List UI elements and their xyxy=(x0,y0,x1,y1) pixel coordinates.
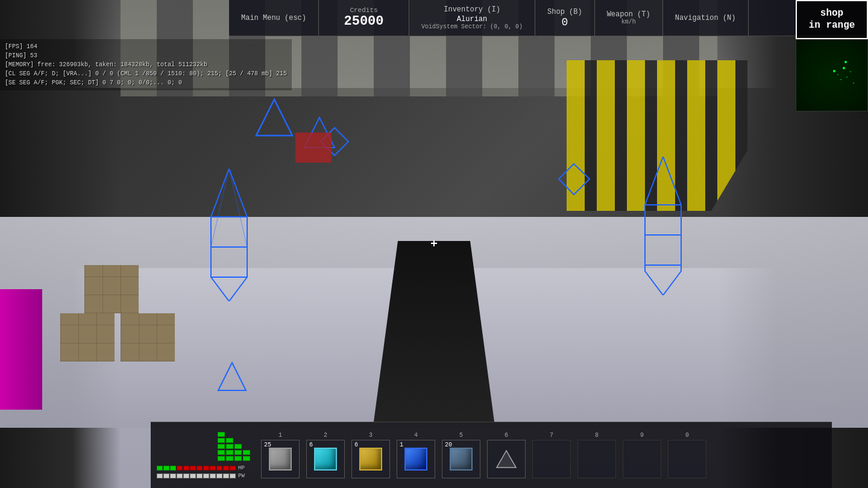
pw-seg xyxy=(163,474,169,478)
pw-seg xyxy=(210,474,216,478)
pw-label: PW xyxy=(238,473,250,479)
map-dot-7 xyxy=(844,61,847,63)
inventory-button[interactable]: Inventory (I) Alurian VoidSystem Sector:… xyxy=(409,0,535,36)
inv-slot-2[interactable]: 2 6 xyxy=(304,432,347,478)
green-bar-col-4 xyxy=(243,450,250,461)
green-seg xyxy=(243,456,250,461)
status-bars: HP PW xyxy=(157,432,250,479)
inventory-label: Inventory (I) xyxy=(444,5,500,14)
item-gray-cube xyxy=(269,448,292,471)
inv-slot-5[interactable]: 5 20 xyxy=(439,432,483,478)
map-dot-4 xyxy=(846,77,848,78)
hp-seg xyxy=(170,466,176,471)
item-yellow-cube xyxy=(359,448,382,471)
slot-number-7: 7 xyxy=(550,432,553,439)
green-seg xyxy=(226,438,233,443)
crate-2 xyxy=(84,265,139,313)
pw-seg xyxy=(197,474,203,478)
debug-fps: [FPS] 164 xyxy=(5,42,287,51)
inv-slot-9[interactable]: 9 xyxy=(620,432,664,478)
blue-diamond-2 xyxy=(558,163,591,196)
inv-slot-1[interactable]: 1 25 xyxy=(259,432,302,478)
green-health-bars xyxy=(218,432,250,461)
crate-3 xyxy=(121,313,175,361)
inv-slot-6[interactable]: 6 xyxy=(485,432,528,478)
pw-seg xyxy=(170,474,176,478)
svg-marker-12 xyxy=(218,363,246,390)
debug-overlay: [FPS] 164 [PING] 53 [MEMORY] free: 32690… xyxy=(0,39,292,90)
hp-seg xyxy=(163,466,169,471)
green-seg xyxy=(234,444,242,449)
green-seg xyxy=(226,444,233,449)
slot-count-5: 20 xyxy=(445,442,452,448)
top-hud: Main Menu (esc) Credits 25000 Inventory … xyxy=(229,0,868,36)
hp-seg xyxy=(177,466,183,471)
svg-line-4 xyxy=(229,169,247,247)
slot-box-4[interactable]: 1 xyxy=(397,440,435,478)
inventory-slots: 1 25 2 6 3 6 4 1 xyxy=(259,432,826,478)
slot-number-0: 0 xyxy=(685,432,689,439)
inv-slot-4[interactable]: 4 1 xyxy=(394,432,438,478)
hp-seg xyxy=(210,466,216,471)
slot-number-9: 9 xyxy=(640,432,644,439)
slot-number-8: 8 xyxy=(595,432,599,439)
inv-slot-7[interactable]: 7 xyxy=(530,432,573,478)
navigation-label: Navigation (N) xyxy=(675,14,736,22)
slot-box-2[interactable]: 6 xyxy=(306,440,345,478)
item-cyan-cube xyxy=(314,448,337,471)
inv-slot-3[interactable]: 3 6 xyxy=(349,432,392,478)
blue-triangle-bottom xyxy=(217,361,247,392)
slot-count-2: 6 xyxy=(309,442,313,448)
slot-count-3: 6 xyxy=(354,442,358,448)
map-dot-3 xyxy=(843,67,845,69)
blue-tower-left xyxy=(205,169,253,301)
hp-seg xyxy=(223,466,229,471)
slot-number-4: 4 xyxy=(414,432,418,439)
slot-number-1: 1 xyxy=(278,432,282,439)
pink-box xyxy=(0,289,42,410)
blue-tower-right xyxy=(639,157,687,295)
weapon-button[interactable]: Weapon (T) km/h xyxy=(595,0,663,36)
green-seg xyxy=(218,432,225,437)
debug-se-seg: [SE SEG A/F; PGK; SEC; DT] 0 7 0; 0; 0/0… xyxy=(5,78,287,87)
slot-box-7[interactable] xyxy=(532,440,571,478)
main-menu-button[interactable]: Main Menu (esc) xyxy=(229,0,319,36)
svg-marker-11 xyxy=(559,164,590,195)
slot-box-0[interactable] xyxy=(668,440,706,478)
slot-box-8[interactable] xyxy=(577,440,616,478)
green-bar-col-2 xyxy=(226,438,233,461)
slot-number-5: 5 xyxy=(459,432,463,439)
slot-box-3[interactable]: 6 xyxy=(351,440,390,478)
slot-box-9[interactable] xyxy=(623,440,661,478)
map-dot-1 xyxy=(833,70,835,72)
green-bar-col-3 xyxy=(234,444,242,461)
slot-box-5[interactable]: 20 xyxy=(442,440,480,478)
green-seg xyxy=(243,450,250,455)
blue-triangle-top-left xyxy=(253,96,295,139)
red-box xyxy=(295,133,332,163)
debug-memory: [MEMORY] free: 326903kb, taken: 184328kb… xyxy=(5,60,287,69)
hp-seg xyxy=(183,466,189,471)
map-dot-6 xyxy=(840,79,841,80)
slot-box-1[interactable]: 25 xyxy=(261,440,300,478)
player-name: Alurian xyxy=(457,15,487,23)
shop-range-indicator: shop in range xyxy=(796,0,868,39)
shop-button[interactable]: Shop (B) 0 xyxy=(535,0,595,36)
hp-label: HP xyxy=(238,465,250,471)
green-seg xyxy=(218,444,225,449)
inv-slot-0[interactable]: 0 xyxy=(665,432,709,478)
inv-slot-8[interactable]: 8 xyxy=(575,432,618,478)
pw-bar xyxy=(157,474,236,478)
crosshair: + xyxy=(430,237,438,251)
svg-marker-8 xyxy=(256,99,292,136)
pw-seg xyxy=(157,474,163,478)
green-seg xyxy=(226,456,233,461)
slot-count-1: 25 xyxy=(264,442,271,448)
main-menu-label: Main Menu (esc) xyxy=(241,14,306,22)
navigation-button[interactable]: Navigation (N) xyxy=(663,0,749,36)
pw-bar-row: PW xyxy=(157,473,250,479)
crates-area xyxy=(60,289,181,410)
hp-seg xyxy=(197,466,203,471)
pw-seg xyxy=(216,474,222,478)
slot-box-6[interactable] xyxy=(487,440,526,478)
